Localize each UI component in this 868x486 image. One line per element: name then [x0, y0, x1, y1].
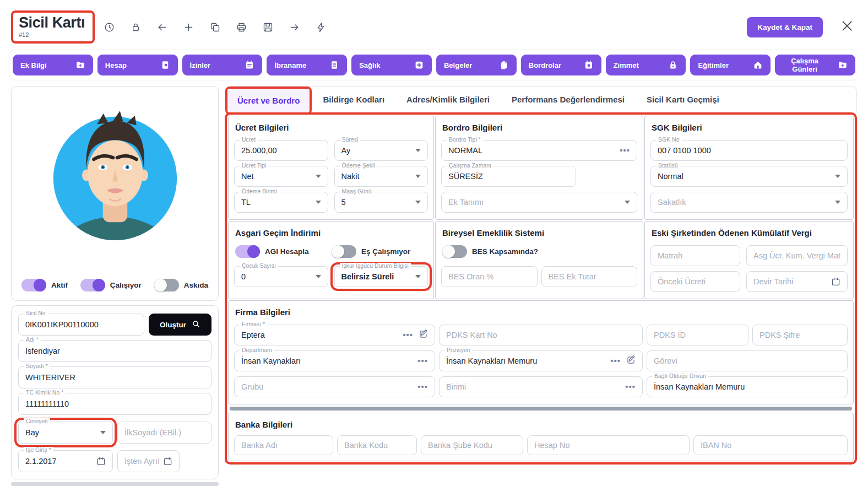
askida-toggle[interactable]: Askıda — [154, 279, 208, 291]
horizontal-scrollbar[interactable] — [230, 407, 852, 411]
olustur-button[interactable]: Oluştur — [149, 314, 211, 336]
more-options-icon[interactable]: ••• — [417, 359, 428, 363]
birimi-field[interactable]: Birimi ••• — [439, 376, 643, 397]
tc-kimlik-field[interactable]: TC Kimlik No * 11111111110 — [18, 393, 211, 415]
more-options-icon[interactable]: ••• — [403, 333, 413, 337]
sicil-no-field[interactable]: Sicil No 0IK001IKP00110000 — [18, 314, 144, 336]
tab-adres-kimlik[interactable]: Adres/Kimlik Bilgileri — [395, 87, 501, 112]
devir-tarihi-field[interactable]: Devir Tarihi — [746, 271, 848, 292]
close-icon[interactable] — [839, 18, 855, 36]
pdks-id-field[interactable]: PDKS ID — [647, 325, 748, 345]
banka-kodu-field[interactable]: Banka Kodu — [337, 435, 417, 455]
banka-adi-field[interactable]: Banka Adı — [234, 435, 333, 455]
tab-performans[interactable]: Performans Değerlendirmesi — [501, 87, 636, 112]
bes-kapsaminda-toggle[interactable]: BES Kapsamında? — [442, 245, 637, 258]
pdks-kart-no-field[interactable]: PDKS Kart No — [439, 325, 643, 345]
chevron-down-icon — [415, 201, 421, 204]
calendar-icon[interactable] — [159, 457, 172, 466]
agi-panel: Asgari Geçim İndirimi AGI Hesapla Eş Çal… — [228, 221, 434, 299]
firma-bilgileri-panel: Firma Bilgileri Firması * Eptera ••• PDK… — [228, 300, 854, 404]
lock-icon[interactable] — [130, 21, 142, 33]
flash-icon[interactable] — [315, 21, 327, 33]
bes-ek-tutar-field[interactable]: BES Ek Tutar — [541, 266, 638, 287]
history-icon[interactable] — [104, 21, 115, 33]
edit-icon[interactable] — [419, 330, 428, 341]
toggle-track — [235, 245, 260, 258]
document-icon — [329, 60, 339, 70]
ucret-field[interactable]: Ucret 25.000,00 — [234, 140, 328, 161]
egitimler-button[interactable]: Eğitimler — [690, 55, 771, 75]
ek-tanimi-select[interactable]: Ek Tanımı — [441, 192, 637, 213]
more-options-icon[interactable]: ••• — [610, 359, 621, 363]
belgeler-button[interactable]: Belgeler — [436, 55, 517, 75]
bagli-unvan-field[interactable]: Bağlı Olduğu Ünvan İnsan Kaynakları Memu… — [647, 376, 848, 397]
aktif-toggle[interactable]: Aktif — [21, 279, 68, 291]
grubu-field[interactable]: Grubu ••• — [234, 376, 435, 397]
hesap-no-field[interactable]: Hesap No — [527, 435, 690, 455]
tab-ucret-ve-bordro[interactable]: Ücret ve Bordro — [227, 89, 310, 112]
pozisyon-field[interactable]: Pozisyon İnsan Kaynakları Memuru ••• — [439, 350, 643, 371]
calisma-zamani-field[interactable]: Çalışma Zamanı SÜRESİZ — [441, 166, 576, 187]
matrah-field[interactable]: Matrah — [650, 245, 740, 266]
firmasi-field[interactable]: Firması * Eptera ••• — [234, 325, 435, 345]
gorevi-field[interactable]: Görevi — [647, 350, 848, 371]
zimmet-button[interactable]: Zimmet — [606, 55, 686, 75]
soyadi-field[interactable]: Soyadı * WHITERIVER — [18, 366, 211, 388]
calendar-icon[interactable] — [92, 457, 106, 466]
calisiyor-toggle[interactable]: Çalışıyor — [80, 279, 142, 291]
maas-gunu-select[interactable]: Maaş Günü 5 — [334, 192, 428, 213]
banka-sube-kodu-field[interactable]: Banka Şube Kodu — [421, 435, 523, 455]
more-options-icon[interactable]: ••• — [625, 385, 636, 389]
odeme-sekli-select[interactable]: Ödeme Şekli Nakit — [334, 166, 428, 187]
toggle-track — [80, 279, 105, 291]
iban-no-field[interactable]: IBAN No — [693, 435, 848, 455]
save-close-button[interactable]: Kaydet & Kapat — [747, 17, 823, 37]
sakatlik-select[interactable]: Sakatlık — [650, 192, 848, 213]
cinsiyeti-select[interactable]: Cinsiyeti Bay — [18, 422, 113, 444]
calisma-gunleri-button[interactable]: Çalışma Günleri — [775, 55, 855, 75]
agi-hesapla-toggle[interactable]: AGI Hesapla — [235, 245, 332, 258]
plus-icon[interactable] — [183, 21, 194, 33]
pdks-sifre-field[interactable]: PDKS Şifre — [752, 325, 848, 345]
bes-oran-field[interactable]: BES Oran % — [441, 266, 538, 287]
es-calismiyor-toggle[interactable]: Eş Çalışmıyor — [332, 245, 428, 258]
bordro-tipi-field[interactable]: Bordro Tipi * NORMAL ••• — [441, 140, 637, 161]
statusu-select[interactable]: Statüsü Normal — [650, 166, 848, 187]
horizontal-scrollbar[interactable] — [11, 482, 219, 486]
arrow-right-icon[interactable] — [289, 21, 300, 33]
sgk-no-field[interactable]: SGK No 007 0100 1000 — [650, 140, 848, 161]
ibraname-button[interactable]: İbraname — [267, 55, 347, 75]
actions-row: Ek Bilgi Hesap İzinler İbraname Sağlık B… — [13, 55, 855, 75]
tab-bildirge-kodlari[interactable]: Bildirge Kodları — [312, 87, 395, 112]
cocuk-sayisi-select[interactable]: Çocuk Sayısı 0 — [234, 266, 328, 287]
more-options-icon[interactable]: ••• — [417, 385, 428, 389]
more-options-icon[interactable]: ••• — [620, 148, 630, 153]
tab-sicil-gecmisi[interactable]: Sicil Kartı Geçmişi — [636, 87, 730, 112]
hesap-button[interactable]: Hesap — [97, 55, 178, 75]
arrow-left-icon[interactable] — [156, 21, 168, 33]
odeme-birimi-select[interactable]: Ödeme Birimi TL — [234, 192, 328, 213]
izinler-button[interactable]: İzinler — [182, 55, 263, 75]
calendar-icon[interactable] — [827, 277, 840, 287]
adi-field[interactable]: Adı * Isfendiyar — [18, 340, 211, 362]
asg-ucr-kum-field[interactable]: Asg Ücr. Kum. Vergi Mat — [746, 245, 848, 266]
right-column: Ücret ve Bordro Bildirge Kodları Adres/K… — [225, 86, 857, 465]
ek-bilgi-button[interactable]: Ek Bilgi — [13, 55, 93, 75]
isten-ayrilis-field[interactable]: İşten Ayrılış — [117, 450, 180, 472]
ise-giris-field[interactable]: İşe Giriş * 2.1.2017 — [18, 450, 113, 472]
chevron-down-icon — [316, 201, 321, 204]
ilk-soyadi-field[interactable]: İlkSoyadı (EBil.) — [117, 422, 211, 444]
onceki-ucreti-field[interactable]: Önceki Ücreti — [650, 271, 740, 292]
save-icon[interactable] — [262, 21, 274, 33]
duplicate-icon[interactable] — [209, 21, 221, 33]
bes-panel: Bireysel Emeklilik Sistemi BES Kapsamınd… — [435, 221, 643, 299]
ucret-tipi-select[interactable]: Ucret Tipi Net — [234, 166, 328, 187]
saglik-button[interactable]: Sağlık — [351, 55, 432, 75]
departmani-field[interactable]: Departmanı İnsan Kaynakları ••• — [234, 350, 435, 371]
toggle-knob — [247, 245, 260, 258]
edit-icon[interactable] — [626, 355, 636, 367]
print-icon[interactable] — [236, 21, 247, 33]
iskur-durum-select[interactable]: İşkur İşgücü Durum Bilgisi Belirsiz Süre… — [334, 266, 428, 287]
bordrolar-button[interactable]: Bordrolar — [521, 55, 601, 75]
suresi-select[interactable]: Süresi Ay — [334, 140, 428, 161]
